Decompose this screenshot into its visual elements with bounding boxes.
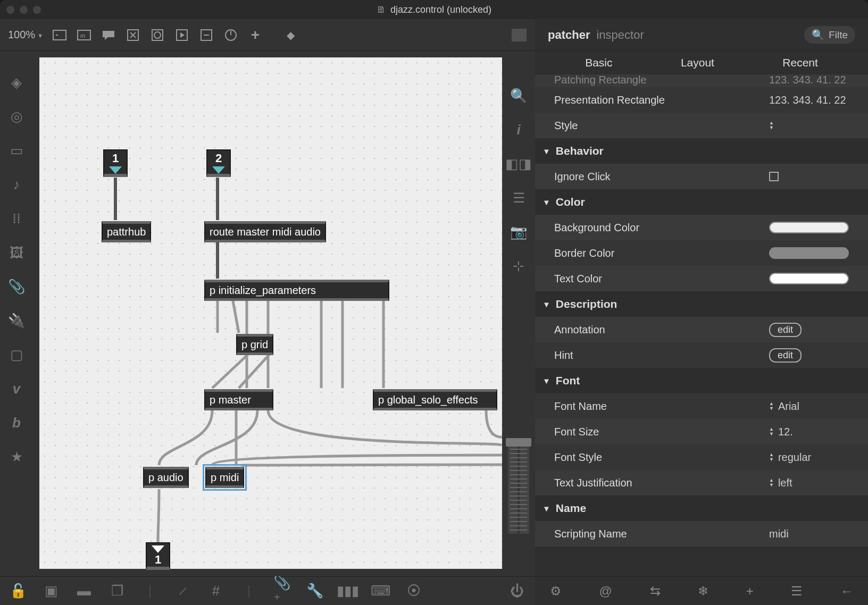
- wrench-icon[interactable]: 🔧: [307, 584, 322, 599]
- bucket-icon[interactable]: ◆: [282, 27, 298, 43]
- hint-edit-button[interactable]: edit: [769, 348, 802, 363]
- piano-icon[interactable]: ▮▮▮: [340, 584, 355, 599]
- obj-audio[interactable]: p audio: [143, 467, 189, 488]
- sliders-icon[interactable]: ⊹: [511, 258, 526, 273]
- dial-icon[interactable]: [223, 27, 239, 43]
- obj-grid[interactable]: p grid: [236, 334, 273, 355]
- fontsize-label: Font Size: [554, 426, 769, 438]
- matrix-icon[interactable]: ⁞⁞: [9, 211, 24, 226]
- tab-layout[interactable]: Layout: [681, 56, 714, 69]
- grid-toggle-icon[interactable]: #: [208, 584, 223, 599]
- fontname-value[interactable]: ▲▼Arial: [769, 400, 859, 413]
- gear-icon[interactable]: ⚙: [550, 584, 562, 599]
- section-name[interactable]: ▼Name: [535, 495, 868, 521]
- toggle-icon[interactable]: [149, 27, 165, 43]
- outlet-1[interactable]: 1: [146, 542, 170, 570]
- obj-solo[interactable]: p global_solo_effects: [373, 389, 497, 410]
- freeze-icon[interactable]: ❄: [698, 584, 708, 599]
- inlet-2[interactable]: 2: [206, 149, 231, 177]
- columns-icon[interactable]: ◧◨: [511, 156, 526, 171]
- textjust-value[interactable]: ▲▼left: [769, 477, 859, 489]
- annotation-edit-button[interactable]: edit: [769, 323, 802, 337]
- number-box-icon[interactable]: [198, 27, 214, 43]
- style-label: Style: [554, 120, 769, 132]
- textcolor-swatch[interactable]: [769, 273, 849, 284]
- inspector-tabs[interactable]: Basic Layout Recent: [535, 51, 868, 74]
- obj-pattrhub[interactable]: pattrhub: [102, 221, 151, 242]
- camera-icon[interactable]: 📷: [511, 224, 526, 239]
- obj-init-params[interactable]: p initialize_parameters: [204, 280, 389, 301]
- comment-icon[interactable]: [101, 27, 116, 43]
- top-toolbar: 100%▼ m + ◆: [0, 19, 535, 51]
- close-icon[interactable]: [6, 6, 14, 14]
- ignore-click-label: Ignore Click: [554, 171, 769, 183]
- message-box-icon[interactable]: m: [76, 27, 92, 43]
- windows-icon[interactable]: ❐: [110, 584, 124, 599]
- search-icon[interactable]: 🔍: [511, 88, 526, 103]
- section-font[interactable]: ▼Font: [535, 368, 868, 393]
- obj-midi[interactable]: p midi: [205, 467, 244, 488]
- at-icon[interactable]: @: [599, 584, 612, 599]
- level-meter[interactable]: [508, 438, 529, 534]
- bang-x-icon[interactable]: [125, 27, 141, 43]
- swap-icon[interactable]: ⇆: [650, 584, 661, 599]
- v-badge-icon[interactable]: v: [9, 381, 24, 396]
- tab-recent[interactable]: Recent: [782, 56, 818, 69]
- section-behavior[interactable]: ▼Behavior: [535, 138, 868, 164]
- svg-marker-10: [180, 32, 185, 38]
- bordercolor-swatch[interactable]: [769, 247, 849, 259]
- plug-icon[interactable]: 🔌: [9, 313, 24, 328]
- filter-input[interactable]: 🔍 Filte: [804, 26, 855, 44]
- maximize-icon[interactable]: [33, 6, 41, 14]
- info-icon[interactable]: i: [511, 122, 526, 137]
- screen-mode-icon[interactable]: ▬: [77, 584, 91, 599]
- unlock-icon[interactable]: 🔓: [11, 584, 26, 599]
- tab-basic[interactable]: Basic: [585, 56, 612, 69]
- minimize-icon[interactable]: [20, 6, 28, 14]
- presentation-icon[interactable]: ▣: [44, 584, 59, 599]
- star-icon[interactable]: ★: [9, 449, 24, 464]
- note-icon[interactable]: ♪: [9, 177, 24, 192]
- titlebar: 🗎 djazz.control (unlocked): [0, 0, 868, 19]
- grid-matrix-icon[interactable]: [511, 27, 527, 43]
- screen-icon[interactable]: ▢: [9, 347, 24, 362]
- list-icon[interactable]: ☰: [511, 190, 526, 205]
- search-icon: 🔍: [812, 29, 824, 41]
- add-icon[interactable]: +: [247, 27, 263, 43]
- play-box-icon[interactable]: [174, 27, 190, 43]
- style-value[interactable]: ▲▼: [769, 121, 859, 130]
- section-description[interactable]: ▼Description: [535, 291, 868, 317]
- new-object-icon[interactable]: [52, 27, 68, 43]
- svg-rect-0: [53, 30, 66, 40]
- eye-slash-icon[interactable]: ⟋: [176, 584, 190, 599]
- presentation-rect-value[interactable]: 123. 343. 41. 22: [769, 94, 859, 106]
- bgcolor-swatch[interactable]: [769, 222, 849, 233]
- obj-route[interactable]: route master midi audio: [204, 221, 326, 242]
- cube-icon[interactable]: ◈: [9, 75, 24, 90]
- zoom-selector[interactable]: 100%▼: [8, 29, 43, 41]
- scripting-name-value[interactable]: midi: [769, 528, 859, 540]
- add-attr-icon[interactable]: +: [746, 584, 754, 599]
- b-badge-icon[interactable]: b: [9, 415, 24, 430]
- inlet-1[interactable]: 1: [103, 149, 128, 177]
- menu-icon[interactable]: ☰: [791, 584, 803, 599]
- paperclip-icon[interactable]: 📎: [9, 279, 24, 294]
- fontsize-value[interactable]: ▲▼12.: [769, 426, 859, 438]
- ignore-click-checkbox[interactable]: [769, 172, 779, 181]
- fontstyle-value[interactable]: ▲▼regular: [769, 451, 859, 464]
- attach-icon[interactable]: 📎⁺: [274, 584, 289, 599]
- frame-icon[interactable]: ▭: [9, 143, 24, 158]
- inspector-properties[interactable]: Patching Rectangle 123. 343. 41. 22 Pres…: [535, 74, 868, 576]
- power-icon[interactable]: ⏻: [510, 584, 524, 599]
- svg-rect-15: [512, 29, 527, 41]
- bottom-bar: 🔓 ▣ ▬ ❐ | ⟋ # | 📎⁺ 🔧 ▮▮▮ ⌨ ⦿ ⏻: [0, 576, 535, 605]
- obj-master[interactable]: p master: [204, 389, 273, 410]
- back-icon[interactable]: ←: [840, 584, 853, 599]
- keyboard-icon[interactable]: ⌨: [373, 584, 388, 599]
- section-color[interactable]: ▼Color: [535, 189, 868, 215]
- image-icon[interactable]: 🖼: [9, 245, 24, 260]
- patcher-canvas[interactable]: 1 2 pattrhub route master midi audio p i…: [39, 57, 502, 569]
- window-controls[interactable]: [6, 6, 41, 14]
- engine-icon[interactable]: ⦿: [406, 584, 421, 599]
- target-icon[interactable]: ◎: [9, 109, 24, 124]
